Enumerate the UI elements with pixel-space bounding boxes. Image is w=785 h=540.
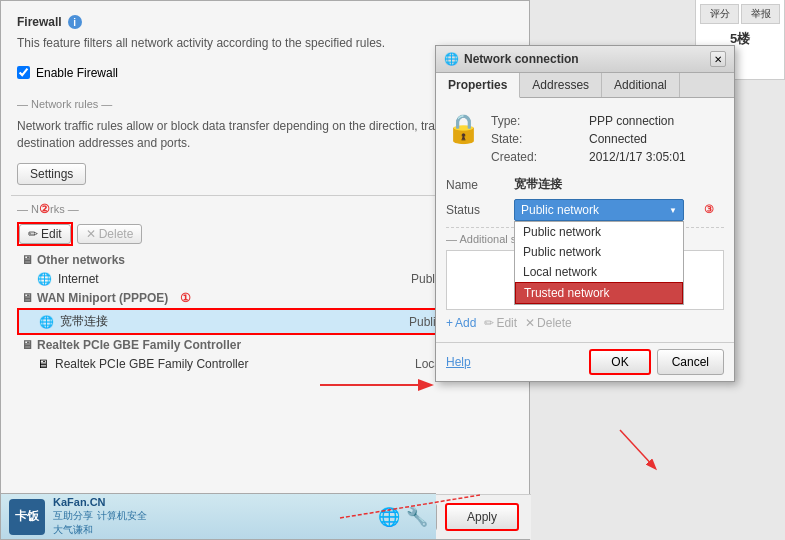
edit-btn-wrapper: ✏ Edit [17,222,73,246]
type-value: PPP connection [589,114,686,128]
group-icon: 🖥 [21,253,33,267]
tab-additional[interactable]: Additional [602,73,680,97]
add-icon: + [446,316,453,330]
dropdown-arrow-icon: ▼ [669,206,677,215]
enable-firewall-checkbox[interactable] [17,66,30,79]
rate-button[interactable]: 评分 [700,4,739,24]
state-value: Connected [589,132,686,146]
status-row: Status Public network ▼ Public network P… [446,199,724,221]
settings-button[interactable]: Settings [17,163,86,185]
dialog-title-text: Network connection [464,52,579,66]
enable-firewall-label: Enable Firewall [36,66,118,80]
edit-button[interactable]: ✏ Edit [19,224,71,244]
delete-icon: ✕ [86,227,96,241]
dropdown-option-public2[interactable]: Public network [515,242,683,262]
dropdown-option-public1[interactable]: Public network [515,222,683,242]
report-button[interactable]: 举报 [741,4,780,24]
apply-button-main[interactable]: Apply [445,503,519,531]
annotation-3: ③ [704,203,714,216]
name-row: Name 宽带连接 [446,176,724,193]
dialog-tabs: Properties Addresses Additional [436,73,734,98]
chat-buttons: 评分 举报 [696,0,784,24]
dropdown-option-local[interactable]: Local network [515,262,683,282]
taskbar-brand: KaFan.CN 互助分享 计算机安全 大气谦和 [53,495,147,538]
dialog-titlebar: 🌐 Network connection ✕ [436,46,734,73]
edit-subnet-button[interactable]: ✏ Edit [484,316,517,330]
state-label: State: [491,132,581,146]
dialog-icon: 🌐 [444,52,459,66]
delete-subnet-icon: ✕ [525,316,535,330]
taskbar-logo: 卡饭 [9,499,45,535]
delete-subnet-button[interactable]: ✕ Delete [525,316,572,330]
pencil-icon: ✏ [28,227,38,241]
firewall-title-row: Firewall i [1,1,529,35]
info-section: 🔒 Type: PPP connection State: Connected … [446,108,724,170]
firewall-title: Firewall [17,15,62,29]
realtek-item-icon: 🖥 [37,357,49,371]
taskbar: 卡饭 KaFan.CN 互助分享 计算机安全 大气谦和 🌐 🔧 [1,493,436,539]
dialog-cancel-button[interactable]: Cancel [657,349,724,375]
tray-icons: 🌐 🔧 [378,506,428,528]
wan-sub-icon: 🌐 [39,315,54,329]
dialog-title-row: 🌐 Network connection [444,52,579,66]
name-label: Name [446,178,506,192]
network-connection-dialog: 🌐 Network connection ✕ Properties Addres… [435,45,735,382]
created-label: Created: [491,150,581,164]
info-grid: Type: PPP connection State: Connected Cr… [491,108,686,170]
help-link[interactable]: Help [446,355,471,369]
status-dropdown-value: Public network [521,203,599,217]
dropdown-menu: Public network Public network Local netw… [514,221,684,305]
dialog-action-buttons: OK Cancel [589,349,724,375]
dialog-body: 🔒 Type: PPP connection State: Connected … [436,98,734,342]
status-dropdown-container: Public network ▼ Public network Public n… [514,199,684,221]
realtek-icon: 🖥 [21,338,33,352]
created-value: 2012/1/17 3:05:01 [589,150,686,164]
lock-icon: 🔒 [446,112,481,145]
svg-line-3 [620,430,655,468]
type-label: Type: [491,114,581,128]
delete-button[interactable]: ✕ Delete [77,224,143,244]
annotation-1: ① [180,291,191,305]
globe-icon: 🌐 [37,272,52,286]
tab-properties[interactable]: Properties [436,73,520,98]
dialog-bottom-bar: Help OK Cancel [436,342,734,381]
dialog-ok-button[interactable]: OK [589,349,650,375]
tab-addresses[interactable]: Addresses [520,73,602,97]
wan-icon: 🖥 [21,291,33,305]
add-subnet-button[interactable]: + Add [446,316,476,330]
dialog-close-button[interactable]: ✕ [710,51,726,67]
edit-icon: ✏ [484,316,494,330]
status-dropdown[interactable]: Public network ▼ [514,199,684,221]
info-icon[interactable]: i [68,15,82,29]
status-label: Status [446,203,506,217]
name-value: 宽带连接 [514,176,562,193]
dropdown-option-trusted[interactable]: Trusted network [515,282,683,304]
subnet-toolbar: + Add ✏ Edit ✕ Delete [446,314,724,332]
